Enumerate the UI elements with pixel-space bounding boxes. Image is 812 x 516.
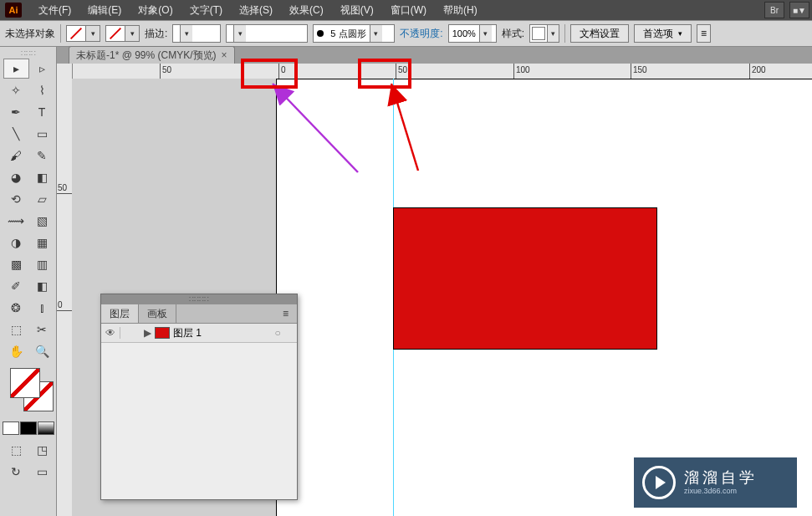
bridge-button[interactable]: Br <box>764 2 784 18</box>
mode-normal[interactable] <box>3 421 19 435</box>
horizontal-ruler[interactable]: 50 0 50 100 150 200 <box>72 64 812 79</box>
opacity-label[interactable]: 不透明度: <box>400 27 442 41</box>
dot-icon <box>317 30 324 37</box>
prefs-button[interactable]: 首选项▾ <box>634 24 692 43</box>
stroke-swatch-group[interactable]: ▾ <box>105 25 140 42</box>
panel-grip[interactable]: ∷∷∷∷ <box>101 294 297 304</box>
screen-mode-tools: ⬚ ◳ ↻ ▭ <box>3 440 54 482</box>
stroke-swatch-caret[interactable]: ▾ <box>125 25 140 42</box>
mode-gradient[interactable] <box>38 421 54 435</box>
selection-tool[interactable]: ▸ <box>3 59 29 79</box>
artboard-tool[interactable]: ⬚ <box>3 319 29 340</box>
perspective-grid-tool[interactable]: ▦ <box>29 232 55 253</box>
chevron-down-icon[interactable]: ▾ <box>370 25 382 42</box>
watermark-url: zixue.3d66.com <box>684 487 758 496</box>
tab-layers[interactable]: 图层 <box>101 304 139 323</box>
extra-tool[interactable]: ▭ <box>29 462 55 482</box>
ruler-tick-label: 0 <box>281 65 286 74</box>
draw-behind[interactable]: ◳ <box>29 440 55 460</box>
document-area: 未标题-1* @ 99% (CMYK/预览) × 50 0 50 100 150… <box>57 47 812 516</box>
mode-fullscreen[interactable] <box>20 421 37 435</box>
blend-tool[interactable]: ◧ <box>29 276 55 296</box>
style-label: 样式: <box>502 27 524 41</box>
stroke-swatch[interactable] <box>105 25 125 42</box>
menu-view[interactable]: 视图(V) <box>332 0 382 20</box>
brush-dd[interactable]: ▾ <box>226 24 308 43</box>
stroke-width-dd[interactable]: ▾ <box>172 24 221 43</box>
pencil-tool[interactable]: ✎ <box>29 146 55 166</box>
panel-grip[interactable]: ∷∷∷ <box>4 50 53 57</box>
watermark-title: 溜溜自学 <box>684 469 758 488</box>
graphic-style-dd[interactable]: ▾ <box>529 24 559 43</box>
chevron-down-icon[interactable]: ▾ <box>547 25 559 42</box>
prefs-label: 首选项 <box>643 27 673 41</box>
symbol-sprayer-tool[interactable]: ❂ <box>3 298 29 318</box>
ruler-tick-label: 50 <box>398 65 407 74</box>
width-tool[interactable]: ⟿ <box>3 211 29 231</box>
menu-window[interactable]: 窗口(W) <box>382 0 435 20</box>
layer-row[interactable]: 👁 ▶ 图层 1 ○ <box>101 324 297 343</box>
mesh-tool[interactable]: ▩ <box>3 254 29 274</box>
fill-stroke-swatch[interactable] <box>8 366 49 406</box>
visibility-icon[interactable]: 👁 <box>101 327 120 339</box>
rotate-tool[interactable]: ⟲ <box>3 189 29 209</box>
eyedropper-tool[interactable]: ✐ <box>3 276 29 296</box>
gradient-tool[interactable]: ▥ <box>29 254 55 274</box>
layer-name[interactable]: 图层 1 <box>173 326 270 340</box>
tab-artboards[interactable]: 画板 <box>139 304 176 323</box>
line-tool[interactable]: ╲ <box>3 124 29 144</box>
ruler-tick-label: 0 <box>58 300 63 309</box>
chevron-down-icon[interactable]: ▾ <box>233 25 246 42</box>
toolgrid: ▸ ▹ ✧ ⌇ ✒ T ╲ ▭ 🖌 ✎ ◕ ◧ ⟲ ▱ ⟿ ▧ ◑ ▦ ▩ ▥ … <box>3 59 54 361</box>
arrange-button[interactable]: ■▼ <box>789 2 809 18</box>
layers-panel[interactable]: ∷∷∷∷ 图层 画板 ≡ 👁 ▶ 图层 1 ○ <box>100 294 298 500</box>
color-modes[interactable] <box>3 421 54 435</box>
zoom-tool[interactable]: 🔍 <box>29 341 55 361</box>
rectangle-tool[interactable]: ▭ <box>29 124 55 144</box>
fill-swatch-caret[interactable]: ▾ <box>86 25 100 42</box>
brush-style-dd[interactable]: 5 点圆形▾ <box>313 24 395 43</box>
red-rectangle[interactable] <box>393 207 657 350</box>
draw-normal[interactable]: ⬚ <box>3 440 29 460</box>
fill-swatch[interactable] <box>66 25 86 42</box>
type-tool[interactable]: T <box>29 102 55 122</box>
opacity-dd[interactable]: 100%▾ <box>448 24 497 43</box>
column-graph-tool[interactable]: ⫿ <box>29 298 55 318</box>
ruler-tick-label: 50 <box>58 183 67 192</box>
paintbrush-tool[interactable]: 🖌 <box>3 146 29 166</box>
panel-menu-button[interactable]: ≡ <box>697 24 711 43</box>
magic-wand-tool[interactable]: ✧ <box>3 80 29 100</box>
fill-big-swatch[interactable] <box>10 368 40 398</box>
eraser-tool[interactable]: ◧ <box>29 167 55 187</box>
fill-swatch-group[interactable]: ▾ <box>66 25 100 42</box>
close-icon[interactable]: × <box>222 49 227 61</box>
target-icon[interactable]: ○ <box>270 327 285 339</box>
menu-effect[interactable]: 效果(C) <box>281 0 332 20</box>
menu-object[interactable]: 对象(O) <box>130 0 181 20</box>
selection-status: 未选择对象 <box>5 27 55 41</box>
lasso-tool[interactable]: ⌇ <box>29 80 55 100</box>
docsetup-button[interactable]: 文档设置 <box>570 24 629 43</box>
menu-edit[interactable]: 编辑(E) <box>79 0 130 20</box>
slice-tool[interactable]: ✂ <box>29 319 55 340</box>
document-tab[interactable]: 未标题-1* @ 99% (CMYK/预览) × <box>69 46 235 64</box>
free-transform-tool[interactable]: ▧ <box>29 211 55 231</box>
menu-file[interactable]: 文件(F) <box>30 0 79 20</box>
change-screen-mode[interactable]: ↻ <box>3 462 29 482</box>
menu-type[interactable]: 文字(T) <box>181 0 231 20</box>
options-bar: 未选择对象 ▾ ▾ 描边: ▾ ▾ 5 点圆形▾ 不透明度: 100%▾ 样式:… <box>0 20 812 47</box>
blob-brush-tool[interactable]: ◕ <box>3 167 29 187</box>
menu-help[interactable]: 帮助(H) <box>435 0 486 20</box>
pen-tool[interactable]: ✒ <box>3 102 29 122</box>
disclosure-triangle-icon[interactable]: ▶ <box>140 327 155 339</box>
chevron-down-icon[interactable]: ▾ <box>479 25 492 42</box>
vertical-ruler[interactable]: 50 0 <box>57 64 73 516</box>
menu-select[interactable]: 选择(S) <box>231 0 281 20</box>
panel-menu-icon[interactable]: ≡ <box>274 304 297 323</box>
hand-tool[interactable]: ✋ <box>3 341 29 361</box>
play-icon <box>642 466 676 499</box>
chevron-down-icon[interactable]: ▾ <box>180 25 192 42</box>
shape-builder-tool[interactable]: ◑ <box>3 232 29 253</box>
direct-selection-tool[interactable]: ▹ <box>29 59 55 79</box>
scale-tool[interactable]: ▱ <box>29 189 55 209</box>
